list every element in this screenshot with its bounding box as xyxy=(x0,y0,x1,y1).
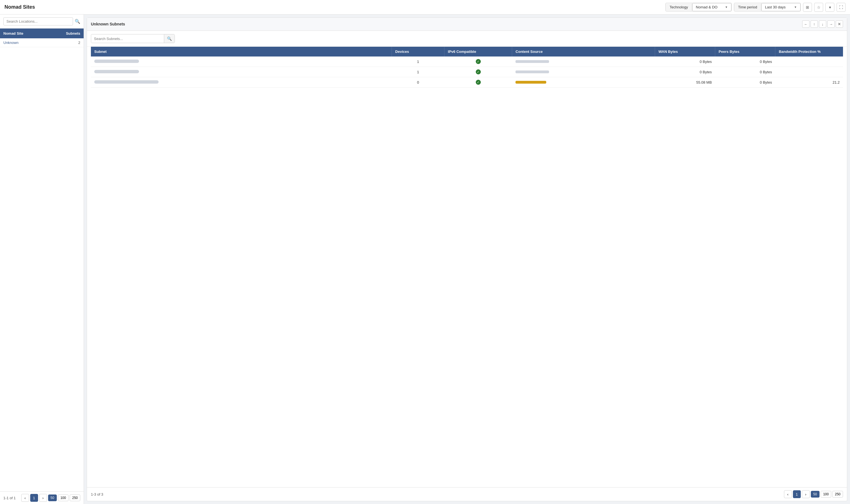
star-button[interactable]: ☆ xyxy=(814,3,823,12)
panel-close-button[interactable]: ✕ xyxy=(836,20,843,28)
peers-bytes-cell: 0 Bytes xyxy=(715,67,775,77)
subnet-cell xyxy=(91,56,392,67)
th-wan-bytes: WAN Bytes xyxy=(655,47,715,56)
subnet-value xyxy=(94,70,139,73)
panel-prev-button[interactable]: ‹ xyxy=(784,490,792,498)
left-prev-button[interactable]: ‹ xyxy=(21,494,29,502)
left-page-info: 1-1 of 1 xyxy=(3,496,16,500)
panel-header: Unknown Subnets ← ↑ ↓ → ✕ xyxy=(87,18,847,31)
subnet-value xyxy=(94,59,139,63)
left-table-header: Nomad Site Subnets xyxy=(0,29,84,38)
content-source-cell xyxy=(512,56,655,67)
devices-cell: 1 xyxy=(392,56,445,67)
time-period-dropdown[interactable]: Last 30 days ▼ xyxy=(761,3,800,11)
th-peers-bytes: Peers Bytes xyxy=(715,47,775,56)
th-content-source: Content Source xyxy=(512,47,655,56)
bandwidth-pct-cell: 21.2 xyxy=(775,77,843,88)
subnet-search-input[interactable] xyxy=(91,35,164,43)
location-search-button[interactable]: 🔍 xyxy=(75,19,80,24)
more-options-button[interactable]: ▾ xyxy=(826,3,834,12)
left-size-250-button[interactable]: 250 xyxy=(70,494,80,501)
location-search-input[interactable] xyxy=(3,17,73,25)
left-pagination: 1-1 of 1 ‹ 1 › 50 100 250 xyxy=(0,491,84,504)
content-bar xyxy=(516,81,546,84)
panel-table-wrap: Subnet Devices IPv6 Compatible Content S… xyxy=(87,47,847,487)
col-nomad-site: Nomad Site xyxy=(0,29,61,38)
wan-bytes-cell: 0 Bytes xyxy=(655,56,715,67)
devices-cell: 1 xyxy=(392,67,445,77)
ipv6-cell: ✓ xyxy=(445,56,512,67)
check-icon: ✓ xyxy=(476,59,481,64)
time-period-group: Time period Last 30 days ▼ xyxy=(734,3,801,12)
content-bar xyxy=(516,71,549,73)
left-size-50-button[interactable]: 50 xyxy=(48,494,57,501)
panel-page-1-button[interactable]: 1 xyxy=(793,490,801,498)
check-icon: ✓ xyxy=(476,80,481,85)
table-row: 1✓0 Bytes0 Bytes xyxy=(91,56,843,67)
time-period-label: Time period xyxy=(734,3,761,11)
location-search-box: 🔍 xyxy=(0,15,84,29)
panel-nav-left-button[interactable]: ← xyxy=(802,20,810,28)
technology-label: Technology xyxy=(666,3,692,11)
ipv6-cell: ✓ xyxy=(445,67,512,77)
chevron-down-icon: ▼ xyxy=(794,5,797,9)
subnet-search-box: 🔍 xyxy=(91,34,175,43)
th-ipv6: IPv6 Compatible xyxy=(445,47,512,56)
left-size-100-button[interactable]: 100 xyxy=(58,494,69,501)
panel-nav-buttons: ← ↑ ↓ → xyxy=(802,20,835,28)
grid-view-button[interactable]: ⊞ xyxy=(803,3,812,12)
table-row: 0✓55.08 MB0 Bytes21.2 xyxy=(91,77,843,88)
panel-search-area: 🔍 xyxy=(87,31,847,47)
th-devices: Devices xyxy=(392,47,445,56)
panel-pagination: 1-3 of 3 ‹ 1 › 50 100 250 xyxy=(87,487,847,501)
right-panel: Unknown Subnets ← ↑ ↓ → ✕ 🔍 Subnet Devic… xyxy=(87,17,847,501)
check-icon: ✓ xyxy=(476,69,481,74)
chevron-down-icon: ▼ xyxy=(725,5,728,9)
panel-nav-up-button[interactable]: ↑ xyxy=(811,20,818,28)
content-source-cell xyxy=(512,67,655,77)
panel-nav-right-button[interactable]: → xyxy=(827,20,835,28)
wan-bytes-cell: 0 Bytes xyxy=(655,67,715,77)
subnet-search-button[interactable]: 🔍 xyxy=(164,34,175,43)
left-page-1-button[interactable]: 1 xyxy=(30,494,38,502)
technology-group: Technology Nomad & DO ▼ xyxy=(665,3,732,12)
panel-next-button[interactable]: › xyxy=(802,490,810,498)
subnet-cell xyxy=(91,77,392,88)
panel-size-250-button[interactable]: 250 xyxy=(832,491,843,498)
panel-title: Unknown Subnets xyxy=(91,22,802,26)
panel-size-100-button[interactable]: 100 xyxy=(821,491,831,498)
content-source-cell xyxy=(512,77,655,88)
site-name-cell: Unknown xyxy=(3,40,58,45)
left-panel: 🔍 Nomad Site Subnets Unknown 2 1-1 of 1 … xyxy=(0,15,84,504)
table-row: 1✓0 Bytes0 Bytes xyxy=(91,67,843,77)
bandwidth-pct-cell xyxy=(775,67,843,77)
wan-bytes-cell: 55.08 MB xyxy=(655,77,715,88)
site-link[interactable]: Unknown xyxy=(3,40,18,45)
left-next-button[interactable]: › xyxy=(39,494,47,502)
peers-bytes-cell: 0 Bytes xyxy=(715,56,775,67)
panel-page-info: 1-3 of 3 xyxy=(91,492,103,497)
left-table-body: Unknown 2 xyxy=(0,38,84,491)
subnets-table: Subnet Devices IPv6 Compatible Content S… xyxy=(91,47,843,88)
panel-size-50-button[interactable]: 50 xyxy=(811,491,819,498)
page-title: Nomad Sites xyxy=(4,4,35,10)
col-subnets: Subnets xyxy=(61,29,84,38)
panel-nav-down-button[interactable]: ↓ xyxy=(819,20,826,28)
subnet-count: 2 xyxy=(58,40,80,45)
th-subnet: Subnet xyxy=(91,47,392,56)
content-bar xyxy=(516,60,549,63)
subnet-value xyxy=(94,80,159,84)
bandwidth-pct-cell xyxy=(775,56,843,67)
peers-bytes-cell: 0 Bytes xyxy=(715,77,775,88)
th-bandwidth-pct: Bandwidth Protection % xyxy=(775,47,843,56)
list-item: Unknown 2 xyxy=(0,38,84,47)
devices-cell: 0 xyxy=(392,77,445,88)
subnet-cell xyxy=(91,67,392,77)
fullscreen-button[interactable]: ⛶ xyxy=(836,3,846,12)
ipv6-cell: ✓ xyxy=(445,77,512,88)
technology-dropdown[interactable]: Nomad & DO ▼ xyxy=(692,3,731,11)
